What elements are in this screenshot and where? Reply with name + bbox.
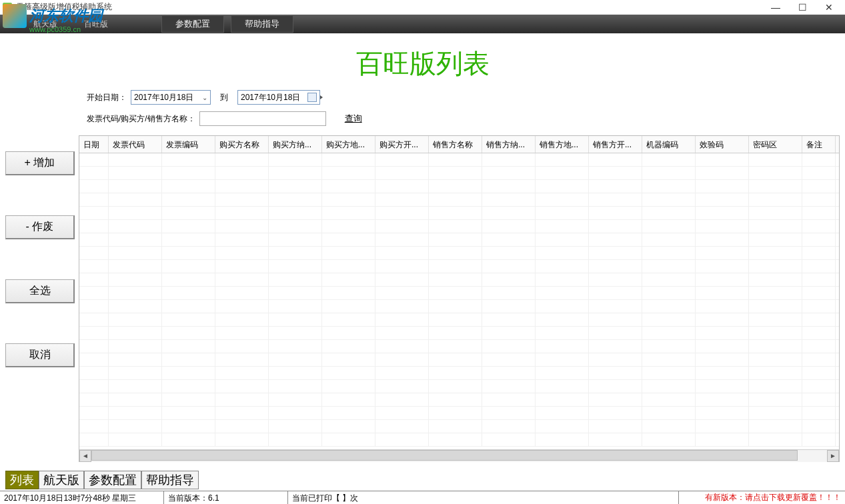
to-label: 到 — [220, 92, 228, 103]
menu-item-baiwang[interactable]: 百旺版 — [71, 15, 121, 33]
page-title: 百旺版列表 — [0, 33, 845, 87]
close-button[interactable]: ✕ — [816, 0, 842, 15]
main-area: + 增加 - 作废 全选 取消 日期 发票代码 发票编码 购买方名称 购买方纳.… — [0, 135, 845, 462]
scroll-right-icon[interactable]: ► — [827, 450, 839, 462]
tab-help[interactable]: 帮助指导 — [141, 471, 199, 489]
col-machine-code[interactable]: 机器编码 — [642, 136, 696, 153]
col-buyer-addr[interactable]: 购买方地... — [322, 136, 375, 153]
status-version: 当前版本：6.1 — [168, 491, 288, 505]
col-date[interactable]: 日期 — [79, 136, 109, 153]
start-date-label: 开始日期： — [87, 92, 127, 103]
titlebar: 天箍高级版增值税辅助系统 — ☐ ✕ — [0, 0, 845, 15]
tab-hangtian[interactable]: 航天版 — [39, 471, 84, 489]
status-printed: 当前已打印【 】次 — [292, 491, 679, 505]
code-search-label: 发票代码/购买方/销售方名称： — [87, 113, 195, 125]
col-invoice-number[interactable]: 发票编码 — [162, 136, 215, 153]
col-remark[interactable]: 备注 — [802, 136, 836, 153]
status-datetime: 2017年10月18日13时7分48秒 星期三 — [4, 491, 164, 505]
col-cipher[interactable]: 密码区 — [749, 136, 802, 153]
menu-button-help[interactable]: 帮助指导 — [231, 15, 293, 33]
tab-config[interactable]: 参数配置 — [84, 471, 141, 489]
search-area: 开始日期： 2017年10月18日 ⌄ 到 2017年10月18日 发票代码/购… — [0, 87, 845, 135]
scroll-track[interactable] — [91, 450, 827, 462]
statusbar: 2017年10月18日13时7分48秒 星期三 当前版本：6.1 当前已打印【 … — [0, 491, 845, 504]
col-seller-tax[interactable]: 销售方纳... — [482, 136, 536, 153]
col-check-code[interactable]: 效验码 — [696, 136, 749, 153]
status-update-notice[interactable]: 有新版本：请点击下载更新覆盖！！！ — [705, 492, 841, 503]
window-controls: — ☐ ✕ — [762, 0, 842, 15]
side-buttons: + 增加 - 作废 全选 取消 — [5, 135, 75, 462]
col-seller-addr[interactable]: 销售方地... — [536, 136, 589, 153]
void-button[interactable]: - 作废 — [5, 215, 75, 239]
table-body[interactable] — [79, 153, 839, 449]
dropdown-arrow-icon: ⌄ — [202, 94, 207, 101]
end-date-value: 2017年10月18日 — [241, 92, 300, 103]
col-seller-bank[interactable]: 销售方开... — [589, 136, 642, 153]
bottom-tabs: 列表 航天版 参数配置 帮助指导 — [5, 471, 199, 489]
tab-list[interactable]: 列表 — [5, 471, 39, 489]
window-title: 天箍高级版增值税辅助系统 — [16, 1, 762, 13]
end-date-picker[interactable]: 2017年10月18日 — [237, 90, 320, 105]
menu-item-hangtian[interactable]: 航天版 — [20, 15, 71, 33]
scroll-thumb[interactable] — [91, 450, 798, 461]
add-button[interactable]: + 增加 — [5, 151, 75, 175]
col-invoice-code[interactable]: 发票代码 — [109, 136, 162, 153]
data-table: 日期 发票代码 发票编码 购买方名称 购买方纳... 购买方地... 购买方开.… — [79, 135, 840, 462]
col-buyer-bank[interactable]: 购买方开... — [375, 136, 429, 153]
start-date-picker[interactable]: 2017年10月18日 ⌄ — [131, 90, 211, 105]
start-date-value: 2017年10月18日 — [134, 92, 193, 103]
col-buyer-tax[interactable]: 购买方纳... — [269, 136, 322, 153]
menu-button-config[interactable]: 参数配置 — [161, 15, 224, 33]
horizontal-scrollbar[interactable]: ◄ ► — [79, 449, 839, 461]
code-search-input[interactable] — [199, 111, 326, 126]
menubar: 航天版 百旺版 参数配置 帮助指导 — [0, 15, 845, 33]
table-header: 日期 发票代码 发票编码 购买方名称 购买方纳... 购买方地... 购买方开.… — [79, 136, 839, 153]
query-button[interactable]: 查询 — [345, 113, 362, 125]
cancel-button[interactable]: 取消 — [5, 343, 75, 367]
col-buyer-name[interactable]: 购买方名称 — [215, 136, 269, 153]
scroll-left-icon[interactable]: ◄ — [79, 450, 91, 462]
minimize-button[interactable]: — — [762, 0, 789, 15]
calendar-icon — [307, 93, 317, 102]
select-all-button[interactable]: 全选 — [5, 279, 75, 303]
app-icon — [3, 3, 12, 12]
maximize-button[interactable]: ☐ — [789, 0, 816, 15]
col-seller-name[interactable]: 销售方名称 — [429, 136, 482, 153]
